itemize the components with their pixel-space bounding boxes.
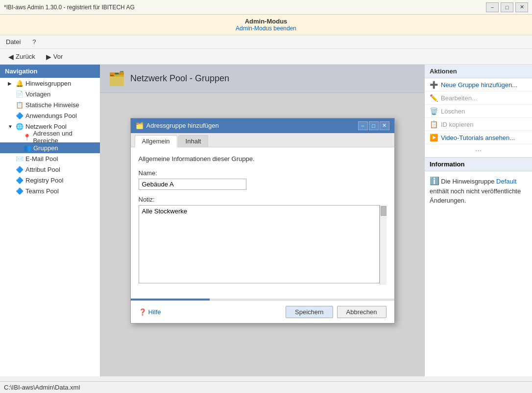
textarea-wrapper: Alle Stockwerke (139, 205, 387, 285)
anwendungs-icon: 🔷 (16, 112, 24, 119)
sidebar-item-attribut[interactable]: 🔷 Attribut Pool (0, 164, 100, 175)
sidebar-label-gruppen: Gruppen (33, 144, 58, 152)
menu-help[interactable]: ? (30, 37, 38, 46)
action-video-tutorials[interactable]: ▶️ Video-Tutorials ansehen... (425, 131, 532, 144)
sidebar-label-netzwerk: Netzwerk Pool (25, 123, 67, 130)
modal-footer: ❓ Hilfe Speichern Abbrechen (131, 301, 394, 323)
minimize-button[interactable]: − (486, 2, 499, 12)
sidebar-label-vorlagen: Vorlagen (25, 91, 50, 98)
footer-buttons: Speichern Abbrechen (286, 306, 386, 318)
modal-title-text: Adressgruppe hinzufügen (146, 122, 219, 129)
hinweisgruppen-icon: 🔔 (16, 80, 24, 87)
admin-bar: Admin-Modus Admin-Modus beenden (0, 15, 532, 35)
sidebar-label-statische: Statische Hinweise (25, 101, 79, 109)
modal-close-button[interactable]: ✕ (380, 121, 389, 130)
video-icon: ▶️ (430, 134, 438, 141)
window-controls: − □ ✕ (486, 2, 528, 12)
forward-label: Vor (53, 53, 63, 60)
sidebar-item-statische[interactable]: 📋 Statische Hinweise (0, 99, 100, 110)
notiz-label: Notiz: (139, 196, 387, 203)
action-neue-gruppe-label: Neue Gruppe hinzufügen... (441, 81, 517, 89)
sidebar-item-vorlagen[interactable]: 📄 Vorlagen (0, 89, 100, 99)
info-section: ℹ️ Die Hinweisgruppe Default enthält noc… (425, 171, 532, 210)
action-neue-gruppe[interactable]: ➕ Neue Gruppe hinzufügen... (425, 78, 532, 92)
modal-progress-fill (131, 299, 210, 301)
id-kopieren-icon: 📋 (430, 120, 438, 128)
email-icon: ✉️ (16, 155, 24, 162)
sidebar-label-hinweisgruppen: Hinweisgruppen (25, 80, 71, 87)
sidebar-item-email[interactable]: ✉️ E-Mail Pool (0, 153, 100, 164)
sidebar-item-teams[interactable]: 🔷 Teams Pool (0, 185, 100, 196)
menu-bar: Datei ? (0, 35, 532, 49)
action-bearbeiten-label: Bearbeiten... (441, 94, 477, 102)
modal-overlay: 🗂️ Adressgruppe hinzufügen − □ ✕ Allgeme… (100, 65, 424, 376)
action-bearbeiten[interactable]: ✏️ Bearbeiten... (425, 92, 532, 105)
toolbar: ◀ Zurück ▶ Vor (0, 49, 532, 65)
modal-minimize-button[interactable]: − (358, 121, 368, 130)
forward-button[interactable]: ▶ Vor (42, 51, 68, 63)
admin-mode-link[interactable]: Admin-Modus beenden (3, 25, 529, 32)
action-loeschen-label: Löschen (441, 108, 465, 115)
sidebar-label-teams: Teams Pool (25, 187, 59, 195)
save-button[interactable]: Speichern (286, 306, 333, 318)
modal-content: Allgemeine Informationen dieser Gruppe. … (131, 147, 394, 299)
sidebar-header: Navigation (0, 65, 100, 78)
statische-icon: 📋 (16, 101, 24, 109)
sidebar-item-adressen[interactable]: 📍 Adressen und Bereiche (0, 132, 100, 142)
sidebar-item-anwendungs[interactable]: 🔷 Anwendungs Pool (0, 110, 100, 121)
title-text: *IBI-aws Admin 1.30.0 - registriert für … (4, 4, 135, 11)
content-area: 🗂️ Netzwerk Pool - Gruppen 🗂️ Adressgrup… (100, 65, 424, 376)
sidebar-label-registry: Registry Pool (25, 177, 63, 184)
tab-bar: Allgemein Inhalt (131, 133, 394, 147)
modal-description: Allgemeine Informationen dieser Gruppe. (139, 155, 387, 162)
neue-gruppe-icon: ➕ (430, 81, 438, 89)
action-loeschen[interactable]: 🗑️ Löschen (425, 105, 532, 118)
main-layout: Navigation ▶ 🔔 Hinweisgruppen 📄 Vorlagen… (0, 65, 532, 376)
title-bar: *IBI-aws Admin 1.30.0 - registriert für … (0, 0, 532, 15)
tab-allgemein[interactable]: Allgemein (135, 135, 177, 147)
modal-title-icon: 🗂️ (136, 122, 144, 129)
adressen-icon: 📍 (23, 134, 31, 141)
status-path: C:\IBI-aws\Admin\Data.xml (4, 384, 80, 391)
name-form-group: Name: (139, 169, 387, 190)
notiz-textarea[interactable]: Alle Stockwerke (139, 205, 380, 283)
menu-datei[interactable]: Datei (4, 37, 23, 46)
attribut-icon: 🔷 (16, 166, 24, 173)
expand-icon-hinweisgruppen: ▶ (8, 81, 14, 86)
vorlagen-icon: 📄 (16, 91, 24, 98)
modal-titlebar: 🗂️ Adressgruppe hinzufügen − □ ✕ (131, 118, 394, 133)
help-icon: ❓ (139, 308, 146, 316)
right-panel: Aktionen ➕ Neue Gruppe hinzufügen... ✏️ … (424, 65, 532, 376)
scrollbar-vertical[interactable] (380, 205, 387, 285)
name-input[interactable] (139, 179, 246, 190)
forward-icon: ▶ (46, 53, 51, 61)
action-id-kopieren[interactable]: 📋 ID kopieren (425, 118, 532, 131)
cancel-button[interactable]: Abbrechen (337, 306, 387, 318)
maximize-button[interactable]: □ (501, 2, 513, 12)
close-button[interactable]: ✕ (515, 2, 528, 12)
modal-progress-bar (131, 299, 394, 301)
back-button[interactable]: ◀ Zurück (4, 51, 40, 63)
modal-maximize-button[interactable]: □ (369, 121, 379, 130)
modal-dialog: 🗂️ Adressgruppe hinzufügen − □ ✕ Allgeme… (130, 118, 395, 324)
info-default-link[interactable]: Default (496, 178, 516, 185)
action-id-kopieren-label: ID kopieren (441, 121, 473, 128)
help-link[interactable]: ❓ Hilfe (139, 308, 161, 316)
admin-mode-title: Admin-Modus (3, 18, 529, 25)
sidebar-item-registry[interactable]: 🔷 Registry Pool (0, 175, 100, 185)
modal-title-left: 🗂️ Adressgruppe hinzufügen (136, 122, 219, 129)
gruppen-icon: 👥 (24, 144, 31, 152)
back-label: Zurück (16, 53, 35, 60)
teams-icon: 🔷 (16, 187, 24, 195)
scrollbar-thumb (381, 206, 387, 216)
bearbeiten-icon: ✏️ (430, 94, 438, 102)
info-text-after: enthält noch nicht veröffentlichte Änder… (430, 187, 521, 205)
sidebar-label-email: E-Mail Pool (25, 155, 58, 162)
info-header: Information (425, 157, 532, 171)
tab-inhalt[interactable]: Inhalt (178, 135, 209, 147)
actions-header: Aktionen (425, 65, 532, 78)
sidebar-item-hinweisgruppen[interactable]: ▶ 🔔 Hinweisgruppen (0, 78, 100, 89)
sidebar-label-adressen: Adressen und Bereiche (33, 130, 96, 144)
sidebar: Navigation ▶ 🔔 Hinweisgruppen 📄 Vorlagen… (0, 65, 100, 376)
action-video-label: Video-Tutorials ansehen... (441, 134, 515, 141)
